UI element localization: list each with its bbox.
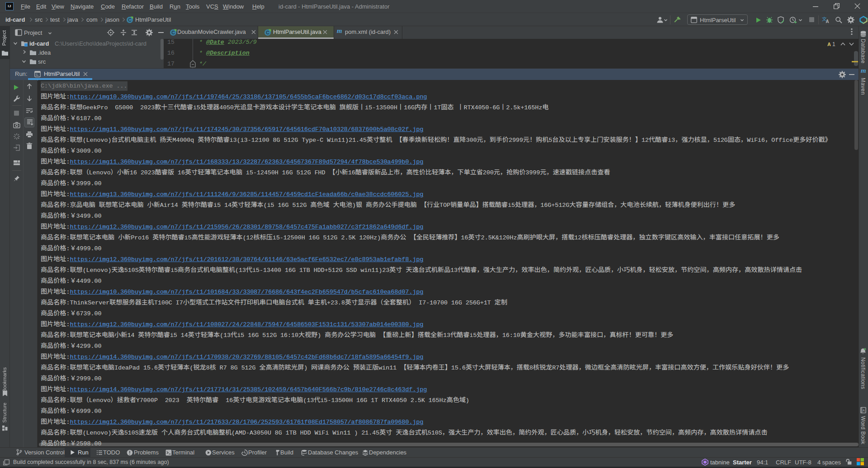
svg-text:A: A — [826, 19, 829, 23]
svg-text:C: C — [128, 17, 132, 23]
svg-text:C: C — [266, 30, 269, 35]
svg-text:A: A — [863, 409, 865, 412]
svg-text:C: C — [171, 30, 175, 35]
